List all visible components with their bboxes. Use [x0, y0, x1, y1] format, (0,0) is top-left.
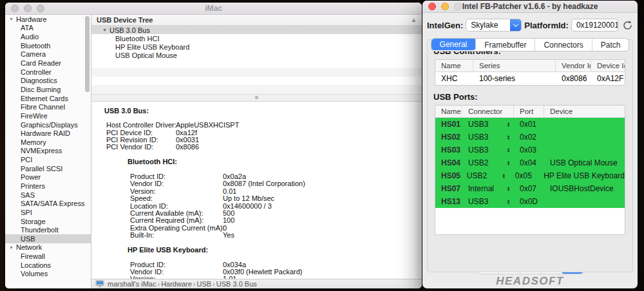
sidebar-item-label: Bluetooth — [21, 42, 50, 50]
sidebar-item-usb[interactable]: USB — [5, 234, 91, 243]
sidebar-item-ata[interactable]: ATA — [5, 24, 91, 33]
sidebar-item-power[interactable]: Power — [5, 173, 91, 182]
breadcrumb-segment[interactable]: USB 3.0 Bus — [216, 280, 257, 288]
sidebar-item-camera[interactable]: Camera — [5, 50, 91, 59]
controller-row[interactable]: XHC100-series0x80860xA12F — [435, 72, 625, 85]
port-name: HS05 — [435, 171, 461, 180]
port-row-hs04[interactable]: HS04USB2▴▾0x04USB Optical Mouse — [435, 156, 625, 169]
sidebar-item-audio[interactable]: Audio — [5, 32, 91, 41]
tab-general[interactable]: General — [431, 38, 477, 50]
pane-splitter[interactable] — [91, 94, 422, 102]
port-row-hs13[interactable]: HS13USB3▴▾0x0D — [435, 195, 625, 208]
sidebar-scrollbar[interactable] — [85, 16, 90, 92]
sidebar-item-spi[interactable]: SPI — [5, 208, 91, 217]
connector-dropdown[interactable]: Internal▴▾ — [462, 184, 514, 193]
sidebar-item-parallel-scsi[interactable]: Parallel SCSI — [5, 164, 91, 173]
zoom-button[interactable] — [454, 3, 462, 10]
port-address: 0x05 — [509, 171, 538, 180]
connector-dropdown[interactable]: USB3▴▾ — [462, 133, 514, 142]
port-row-hs05[interactable]: HS05USB2▴▾0x05HP Elite USB Keyboard — [435, 169, 625, 182]
sidebar-item-locations[interactable]: Locations — [5, 261, 91, 270]
sidebar-item-label: Memory — [21, 138, 46, 146]
window-title: iMac — [5, 4, 422, 13]
sidebar-item-nvmexpress[interactable]: NVMExpress — [5, 147, 91, 156]
sidebar-item-card-reader[interactable]: Card Reader — [5, 59, 91, 68]
intelgen-dropdown[interactable]: Skylake — [466, 19, 522, 32]
sidebar-item-firewire[interactable]: FireWire — [5, 111, 91, 120]
port-row-hs03[interactable]: HS03USB3▴▾0x03 — [435, 144, 625, 156]
minimize-button[interactable] — [441, 3, 449, 10]
port-address: 0x01 — [514, 120, 544, 129]
minimize-button[interactable] — [24, 5, 32, 12]
connector-dropdown[interactable]: USB2▴▾ — [461, 171, 509, 180]
tree-row-bluetooth-hci[interactable]: Bluetooth HCI — [91, 34, 422, 42]
sysinfo-titlebar[interactable]: iMac — [5, 3, 422, 15]
sidebar-item-diagnostics[interactable]: Diagnostics — [5, 76, 91, 85]
sidebar-item-fibre-channel[interactable]: Fibre Channel — [5, 102, 91, 111]
sidebar-item-sata-sata-express[interactable]: SATA/SATA Express — [5, 199, 91, 208]
patcher-titlebar[interactable]: Intel FB-Patcher v1.6.6 - by headkaze — [422, 1, 638, 13]
details-value: 0x8087 (Intel Corporation) — [223, 180, 422, 187]
sidebar-item-hardware[interactable]: ▼Hardware — [5, 15, 91, 24]
port-row-hs02[interactable]: HS02USB3▴▾0x02 — [435, 131, 625, 144]
sidebar-item-printers[interactable]: Printers — [5, 182, 91, 191]
tree-row-label: USB Optical Mouse — [115, 52, 177, 59]
breadcrumb-separator-icon: › — [213, 280, 215, 288]
details-row: PCI Vendor ID:0x8086 — [91, 144, 422, 151]
sidebar-item-sas[interactable]: SAS — [5, 191, 91, 200]
imac-icon — [95, 280, 104, 288]
port-name: HS01 — [435, 120, 462, 129]
tab-connectors[interactable]: Connectors — [535, 39, 591, 51]
tree-empty-rows — [91, 60, 422, 94]
port-name: HS13 — [435, 197, 462, 206]
sidebar-item-label: PCI — [21, 156, 32, 164]
sidebar-item-label: Parallel SCSI — [21, 165, 62, 173]
disclosure-triangle-icon[interactable]: ▼ — [9, 17, 14, 21]
sidebar-item-volumes[interactable]: Volumes — [5, 270, 91, 279]
port-row-hs01[interactable]: HS01USB3▴▾0x01 — [435, 118, 625, 131]
close-button[interactable] — [11, 5, 19, 12]
connector-value: Internal — [468, 184, 494, 193]
sidebar-item-memory[interactable]: Memory — [5, 138, 91, 147]
collapse-chevron-icon[interactable]: ▲ — [411, 17, 417, 23]
sidebar-item-label: SAS — [21, 191, 35, 199]
connector-dropdown[interactable]: USB3▴▾ — [462, 146, 514, 155]
sidebar-item-label: Graphics/Displays — [21, 121, 78, 129]
zoom-button[interactable] — [37, 5, 44, 12]
disclosure-triangle-icon[interactable]: ▼ — [9, 245, 14, 249]
disclosure-triangle-icon[interactable]: ▼ — [102, 28, 107, 32]
sidebar-item-bluetooth[interactable]: Bluetooth — [5, 41, 91, 50]
tree-row-usb-3-0-bus[interactable]: ▼USB 3.0 Bus — [91, 26, 422, 34]
connector-dropdown[interactable]: USB2▴▾ — [462, 158, 514, 167]
sidebar-item-ethernet-cards[interactable]: Ethernet Cards — [5, 94, 91, 103]
sidebar-item-pci[interactable]: PCI — [5, 155, 91, 164]
breadcrumb-segment[interactable]: Hardware — [161, 280, 192, 288]
breadcrumb[interactable]: marshall's iMac›Hardware›USB›USB 3.0 Bus — [108, 280, 257, 288]
close-button[interactable] — [428, 3, 436, 10]
tree-row-hp-elite-usb-keyboard[interactable]: HP Elite USB Keyboard — [91, 42, 422, 51]
connector-dropdown[interactable]: USB3▴▾ — [462, 120, 514, 129]
column-header: Series — [473, 60, 556, 71]
sidebar-item-disc-burning[interactable]: Disc Burning — [5, 85, 91, 94]
platformid-combobox[interactable]: 0x19120001 — [571, 19, 618, 32]
details-scrollbar-track[interactable] — [417, 102, 422, 279]
sidebar-item-label: SPI — [21, 209, 32, 216]
breadcrumb-segment[interactable]: marshall's iMac — [108, 280, 156, 288]
sidebar-item-thunderbolt[interactable]: Thunderbolt — [5, 225, 91, 234]
breadcrumb-separator-icon: › — [157, 280, 160, 288]
details-value: 0x0031 — [176, 136, 422, 144]
sidebar-item-controller[interactable]: Controller — [5, 68, 91, 77]
sidebar-item-network[interactable]: ▼Network — [5, 243, 91, 252]
tab-patch[interactable]: Patch — [592, 39, 629, 51]
breadcrumb-segment[interactable]: USB — [196, 280, 211, 288]
sidebar-item-hardware-raid[interactable]: Hardware RAID — [5, 129, 91, 138]
tab-framebuffer[interactable]: Framebuffer — [475, 39, 535, 51]
sidebar-item-storage[interactable]: Storage — [5, 217, 91, 226]
tree-row-usb-optical-mouse[interactable]: USB Optical Mouse — [91, 52, 422, 60]
sidebar-list: ▼HardwareATAAudioBluetoothCameraCard Rea… — [5, 15, 91, 278]
sidebar-item-firewall[interactable]: Firewall — [5, 252, 91, 261]
refresh-button[interactable] — [622, 19, 633, 32]
connector-dropdown[interactable]: USB3▴▾ — [462, 197, 514, 206]
port-row-hs07[interactable]: HS07Internal▴▾0x07IOUSBHostDevice — [435, 182, 625, 195]
sidebar-item-graphics-displays[interactable]: Graphics/Displays — [5, 120, 91, 129]
